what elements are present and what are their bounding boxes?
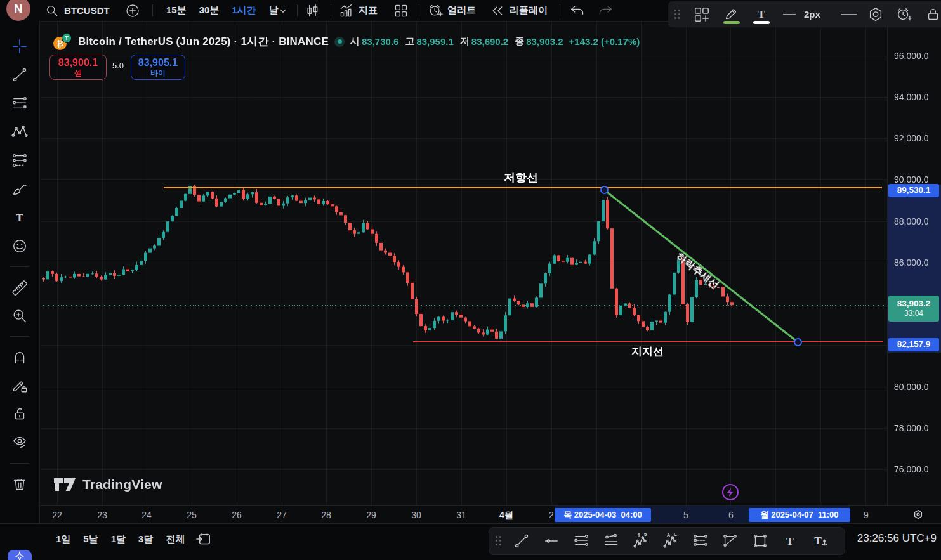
tether-icon: T	[62, 33, 72, 43]
market-status-icon[interactable]	[334, 37, 345, 47]
fib-retracement-favorite-button[interactable]	[567, 530, 595, 552]
layout-grid-button[interactable]	[393, 0, 409, 21]
time-axis[interactable]: 목 2025-04-03 04:00 월 2025-04-07 11:00 22…	[0, 505, 941, 524]
tradingview-logo[interactable]: TradingView	[53, 475, 162, 494]
tradingview-app: BTCUSDT 15분30분1시간날 지표 얼러트 리플레이	[0, 0, 941, 560]
ohlc-value: 83,690.2	[471, 36, 508, 47]
interval-button-30분[interactable]: 30분	[193, 0, 226, 21]
drawing-settings-panel: T 2px	[668, 1, 941, 27]
anchored-text-favorite-button[interactable]: T	[806, 530, 834, 552]
emoji-tool-button[interactable]	[9, 235, 30, 257]
svg-text:T: T	[786, 535, 794, 547]
magnet-tool-button[interactable]	[9, 346, 30, 368]
drawing-mode-lock-tool-button[interactable]	[9, 375, 30, 396]
compare-add-button[interactable]	[125, 0, 140, 21]
undo-button[interactable]	[570, 0, 585, 21]
time-tick: 29	[357, 510, 385, 520]
tradingview-logo-text: TradingView	[82, 477, 162, 492]
ohlc-label: 고	[405, 36, 414, 48]
trend-fib-extension-favorite-button[interactable]	[687, 530, 714, 552]
alert-button[interactable]: 얼러트	[428, 0, 476, 21]
line-width-button[interactable]	[777, 4, 801, 25]
symbol-search-button[interactable]: BTCUSDT	[44, 0, 110, 21]
chart-legend[interactable]: ₿ T Bitcoin / TetherUS (Jun 2025) · 1시간 …	[53, 33, 640, 50]
time-axis-settings-button[interactable]	[911, 508, 925, 522]
add-to-layout-button[interactable]	[692, 4, 711, 25]
redo-button[interactable]	[598, 0, 613, 21]
trendline-end-time-tag: 월 2025-04-07 11:00	[749, 508, 850, 522]
horizontal-ray-favorite-button[interactable]	[537, 530, 565, 552]
range-button-1일[interactable]: 1일	[49, 524, 77, 554]
brush-tool-button[interactable]	[9, 178, 30, 200]
toolbar-divider	[10, 336, 29, 337]
rectangle-favorite-button[interactable]	[746, 530, 774, 552]
drawing-settings-button[interactable]	[866, 4, 885, 25]
chart-style-button[interactable]	[305, 0, 320, 21]
price-axis[interactable]: 89,530.1 83,903.2 33:04 82,157.9 96,000.…	[887, 21, 941, 505]
zoom-in-icon	[11, 308, 28, 324]
time-tick: 26	[223, 510, 251, 520]
interval-menu-button[interactable]	[278, 0, 288, 21]
text-icon: T	[782, 533, 798, 549]
indicators-icon	[339, 3, 354, 18]
hide-drawings-tool-button[interactable]	[9, 432, 30, 453]
trend-line-favorite-button[interactable]	[508, 530, 536, 552]
interval-button-1시간[interactable]: 1시간	[225, 0, 262, 21]
indicators-button[interactable]: 지표	[339, 0, 378, 21]
drag-dots-icon[interactable]	[496, 536, 502, 546]
trendline-handle-end[interactable]	[794, 338, 802, 346]
line-color-button[interactable]	[722, 4, 741, 25]
line-width-icon	[782, 6, 797, 23]
buy-button[interactable]: 83,905.1 바이	[131, 55, 185, 80]
text-favorite-button[interactable]: T	[776, 530, 804, 552]
range-button-5날[interactable]: 5날	[77, 524, 104, 554]
lock-drawing-button[interactable]	[924, 4, 941, 25]
trendline-handle-start[interactable]	[600, 186, 609, 194]
clock[interactable]: 23:26:56 UTC+9	[848, 532, 937, 545]
sell-button[interactable]: 83,900.1 셀	[49, 55, 107, 80]
support-line-label[interactable]: 지지선	[631, 344, 664, 359]
calendar-goto-icon	[195, 531, 212, 547]
go-to-date-button[interactable]	[194, 530, 213, 548]
price-tick: 94,000.0	[894, 92, 929, 102]
chart-title[interactable]: Bitcoin / TetherUS (Jun 2025) · 1시간 · BI…	[78, 34, 329, 49]
replay-button[interactable]: 리플레이	[490, 0, 548, 21]
time-tick: 24	[133, 510, 161, 520]
zoom-in-tool-button[interactable]	[9, 305, 30, 327]
corner-assistant-button[interactable]	[8, 550, 32, 560]
resistance-line-label[interactable]: 저항선	[504, 170, 538, 185]
interval-button-15분[interactable]: 15분	[160, 0, 193, 21]
ruler-tool-button[interactable]	[9, 277, 30, 298]
long-position-tool-button[interactable]	[9, 150, 30, 171]
drag-dots-icon	[674, 10, 681, 20]
elliott-correction-favorite-button[interactable]: AC	[657, 530, 685, 552]
text-color-button[interactable]: T	[752, 4, 771, 25]
remove-all-icon	[11, 476, 28, 492]
projection-favorite-button[interactable]	[716, 530, 744, 552]
lock-all-tool-button[interactable]	[9, 403, 30, 425]
panel-drag-handle[interactable]	[669, 4, 688, 25]
sell-price: 83,900.1	[58, 57, 98, 68]
crosshair-tool-button[interactable]	[9, 36, 30, 57]
trend-line-icon	[11, 67, 28, 83]
add-alert-on-drawing-button[interactable]	[895, 4, 914, 25]
parallel-channel-favorite-button[interactable]	[597, 530, 625, 552]
line-width-value[interactable]: 2px	[804, 1, 820, 27]
price-tick: 80,000.0	[894, 382, 929, 392]
range-button-1달[interactable]: 1달	[105, 524, 132, 554]
xabcd-pattern-tool-button[interactable]	[9, 121, 30, 143]
trend-fib-extension-icon	[692, 533, 709, 549]
range-button-3달[interactable]: 3달	[132, 524, 159, 554]
event-zap-icon[interactable]	[722, 484, 739, 500]
line-style-button[interactable]	[837, 4, 861, 25]
remove-all-tool-button[interactable]	[9, 473, 30, 495]
spread-value: 5.0	[108, 61, 128, 70]
trend-line-tool-button[interactable]	[9, 64, 30, 86]
fib-retracement-tool-button[interactable]	[9, 93, 30, 114]
ohlc-label: 시	[350, 36, 360, 48]
interval-group: 15분30분1시간날	[160, 0, 285, 21]
toolbar-divider	[419, 4, 419, 16]
svg-text:5: 5	[644, 533, 647, 537]
text-tool-button[interactable]: T	[9, 207, 30, 228]
elliott-impulse-favorite-button[interactable]: 15	[627, 530, 655, 552]
